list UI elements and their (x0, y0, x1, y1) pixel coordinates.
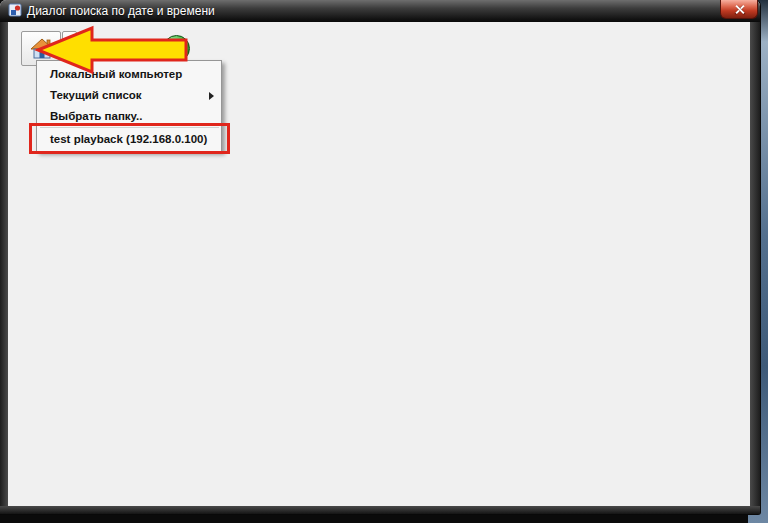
window-border-left (0, 22, 8, 508)
window-border-right (750, 22, 760, 508)
annotation-arrow-icon (34, 25, 190, 75)
menu-item-label: Текущий список (50, 89, 142, 101)
menu-item-current-list[interactable]: Текущий список (38, 85, 221, 106)
window-border-bottom (0, 506, 760, 514)
close-button[interactable] (720, 0, 758, 19)
titlebar: Диалог поиска по дате и времени (0, 0, 760, 22)
app-icon (8, 3, 23, 18)
window-title: Диалог поиска по дате и времени (27, 4, 215, 18)
annotation-highlight-box (29, 123, 230, 154)
submenu-arrow-icon (209, 92, 214, 100)
